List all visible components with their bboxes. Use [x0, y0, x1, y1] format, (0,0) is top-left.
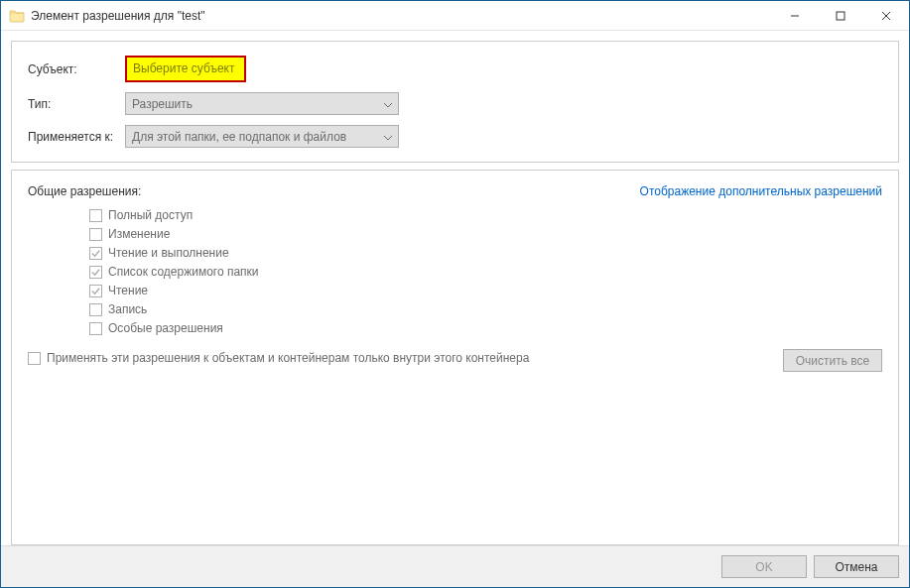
checkbox-read-execute[interactable]: [89, 247, 102, 260]
subject-row: Субъект: Выберите субъект: [28, 56, 882, 82]
folder-icon: [9, 8, 25, 24]
type-dropdown-value: Разрешить: [132, 97, 193, 111]
permissions-header: Общие разрешения: Отображение дополнител…: [28, 184, 882, 198]
maximize-button[interactable]: [818, 1, 863, 31]
titlebar: Элемент разрешения для "test": [1, 1, 909, 31]
permission-item: Чтение и выполнение: [89, 246, 882, 260]
window-title: Элемент разрешения для "test": [31, 9, 205, 23]
applies-row: Применяется к: Для этой папки, ее подпап…: [28, 125, 882, 148]
checkbox-list-folder[interactable]: [89, 266, 102, 279]
svg-rect-0: [837, 12, 845, 20]
permissions-title: Общие разрешения:: [28, 184, 141, 198]
apply-only-label: Применять эти разрешения к объектам и ко…: [47, 351, 529, 365]
content-area: Субъект: Выберите субъект Тип: Разрешить…: [1, 31, 909, 545]
cancel-label: Отмена: [835, 560, 877, 574]
checkbox-write[interactable]: [89, 303, 102, 316]
type-dropdown[interactable]: Разрешить: [125, 92, 399, 115]
permission-label: Чтение: [108, 284, 148, 297]
permission-label: Изменение: [108, 227, 170, 241]
checkbox-special[interactable]: [89, 322, 102, 335]
checkbox-full-access[interactable]: [89, 209, 102, 222]
subject-label: Субъект:: [28, 62, 125, 76]
type-row: Тип: Разрешить: [28, 92, 882, 115]
apply-only-row: Применять эти разрешения к объектам и ко…: [28, 351, 882, 365]
checkbox-apply-only[interactable]: [28, 352, 41, 365]
chevron-down-icon: [384, 97, 392, 111]
cancel-button[interactable]: Отмена: [814, 555, 899, 578]
window-controls: [772, 1, 909, 31]
clear-all-label: Очистить все: [796, 354, 869, 368]
chevron-down-icon: [384, 130, 392, 144]
permission-item: Чтение: [89, 284, 882, 297]
show-advanced-permissions-link[interactable]: Отображение дополнительных разрешений: [640, 184, 882, 198]
permission-item: Список содержимого папки: [89, 265, 882, 279]
permission-label: Особые разрешения: [108, 321, 223, 335]
permission-label: Чтение и выполнение: [108, 246, 229, 260]
applies-label: Применяется к:: [28, 130, 125, 144]
close-button[interactable]: [863, 1, 909, 31]
ok-label: OK: [755, 560, 772, 574]
applies-dropdown-value: Для этой папки, ее подпапок и файлов: [132, 130, 346, 144]
ok-button[interactable]: OK: [721, 555, 807, 578]
permission-label: Запись: [108, 302, 147, 316]
permission-item: Изменение: [89, 227, 882, 241]
checkbox-modify[interactable]: [89, 228, 102, 241]
minimize-button[interactable]: [772, 1, 818, 31]
checkbox-read[interactable]: [89, 285, 102, 297]
applies-dropdown[interactable]: Для этой папки, ее подпапок и файлов: [125, 125, 399, 148]
select-subject-link[interactable]: Выберите субъект: [125, 56, 246, 82]
dialog-footer: OK Отмена: [1, 545, 909, 587]
permission-item: Запись: [89, 302, 882, 316]
type-label: Тип:: [28, 97, 125, 111]
clear-all-button[interactable]: Очистить все: [783, 349, 882, 372]
permission-entry-window: Элемент разрешения для "test" Субъект: В…: [0, 0, 910, 588]
permission-label: Список содержимого папки: [108, 265, 259, 279]
permission-item: Полный доступ: [89, 208, 882, 222]
permissions-panel: Общие разрешения: Отображение дополнител…: [11, 170, 899, 545]
subject-panel: Субъект: Выберите субъект Тип: Разрешить…: [11, 41, 899, 163]
permissions-list: Полный доступ Изменение Чтение и выполне…: [89, 208, 882, 335]
permission-item: Особые разрешения: [89, 321, 882, 335]
permission-label: Полный доступ: [108, 208, 193, 222]
